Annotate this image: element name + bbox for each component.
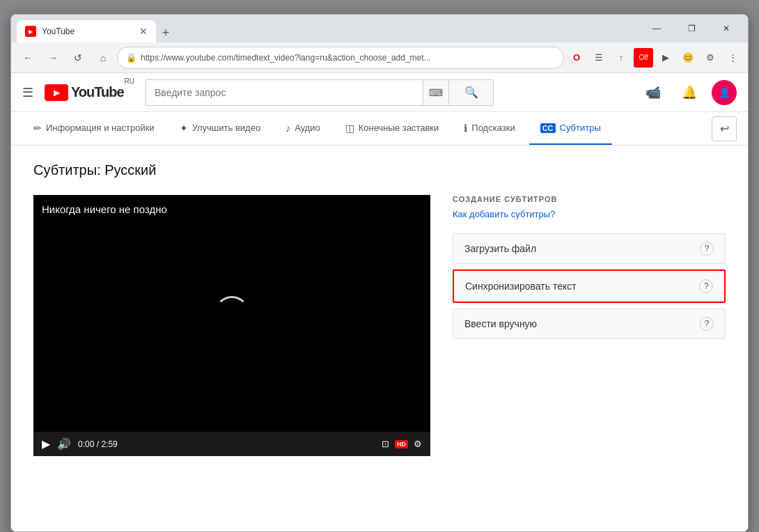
lock-icon: 🔒 [126,53,136,63]
extension-3[interactable]: ↑ [611,48,631,68]
sparkle-icon: ✦ [180,123,188,134]
user-avatar[interactable]: 👤 [712,80,737,105]
video-controls: ▶ 🔊 0:00 / 2:59 ⊡ HD ⚙ [33,432,430,456]
video-title-overlay: Никогда ничего не поздно [42,203,167,215]
upload-file-button[interactable]: Загрузить файл ? [453,233,726,264]
maximize-button[interactable]: ❐ [675,17,707,40]
music-icon: ♪ [285,123,290,134]
main-content: Субтитры: Русский Никогда ничего не позд… [11,146,748,473]
sync-text-button[interactable]: Синхронизировать текст ? [454,271,724,302]
manual-help-icon[interactable]: ? [700,317,714,331]
tab-info[interactable]: ✏ Информация и настройки [22,112,166,145]
upload-file-label: Загрузить файл [464,243,536,254]
tab-favicon [25,26,36,37]
time-display: 0:00 / 2:59 [78,439,118,449]
tab-area: YouTube ✕ + [17,15,636,42]
tab-audio[interactable]: ♪ Аудио [274,112,331,145]
create-label: СОЗДАНИЕ СУБТИТРОВ [453,195,726,203]
video-frame[interactable]: Никогда ничего не поздно [33,195,430,432]
tab-info-label: Информация и настройки [46,123,155,133]
hamburger-menu[interactable]: ☰ [22,85,33,100]
youtube-header: ☰ ▶ YouTube RU ⌨ 🔍 📹 🔔 👤 [11,73,748,112]
opera-icon[interactable]: O [567,48,586,68]
subtitles-panel: СОЗДАНИЕ СУБТИТРОВ Как добавить субтитры… [453,195,726,345]
endcards-icon: ◫ [345,123,354,134]
tab-subtitles-label: Субтитры [560,123,601,133]
page-content: ☰ ▶ YouTube RU ⌨ 🔍 📹 🔔 👤 ✏ [11,73,748,531]
browser-extensions: O ☰ ↑ Off ▶ 😊 ⚙ ⋮ [567,48,742,68]
manual-entry-button[interactable]: Ввести вручную ? [453,308,726,339]
tab-endcards-label: Конечные заставки [359,123,439,133]
tab-audio-label: Аудио [295,123,320,133]
new-tab-button[interactable]: + [156,23,175,42]
extension-5[interactable]: ▶ [656,48,675,68]
keyboard-icon[interactable]: ⌨ [423,79,449,106]
tab-close-button[interactable]: ✕ [139,26,148,37]
upload-help-icon[interactable]: ? [700,242,714,256]
back-button[interactable]: ← [17,47,39,69]
hd-badge: HD [395,440,408,448]
url-text: https://www.youtube.com/timedtext_video?… [141,53,431,63]
forward-button[interactable]: → [42,47,64,69]
video-spinner [214,296,249,331]
tab-improve[interactable]: ✦ Улучшить видео [169,112,272,145]
extension-8[interactable]: ⋮ [723,48,742,68]
page-title: Субтитры: Русский [33,162,726,178]
pencil-icon: ✏ [33,123,42,134]
tab-endcards[interactable]: ◫ Конечные заставки [334,112,451,145]
extension-7[interactable]: ⚙ [701,48,720,68]
header-actions: 📹 🔔 👤 [639,79,737,107]
search-input[interactable] [146,79,423,106]
sync-text-wrapper: Синхронизировать текст ? [453,269,726,303]
volume-button[interactable]: 🔊 [57,437,71,451]
cc-icon: CC [540,123,556,133]
close-button[interactable]: ✕ [710,17,742,40]
search-button[interactable]: 🔍 [449,79,494,106]
content-area: Никогда ничего не поздно ▶ 🔊 0:00 / 2:59 [33,195,726,456]
extension-4[interactable]: Off [634,48,653,68]
play-button[interactable]: ▶ [42,437,50,451]
refresh-button[interactable]: ↺ [67,47,89,69]
address-bar: ← → ↺ ⌂ 🔒 https://www.youtube.com/timedt… [11,42,748,73]
controls-right: ⊡ HD ⚙ [382,439,422,449]
browser-tab[interactable]: YouTube ✕ [17,20,156,42]
settings-icon[interactable]: ⚙ [414,439,422,449]
extension-2[interactable]: ☰ [589,48,609,68]
youtube-logo-country: RU [125,77,134,85]
window-controls: — ❐ ✕ [641,17,742,40]
youtube-search: ⌨ 🔍 [146,79,494,106]
youtube-logo[interactable]: ▶ YouTube RU [45,84,134,101]
video-player: Никогда ничего не поздно ▶ 🔊 0:00 / 2:59 [33,195,430,456]
time-total: 2:59 [101,439,117,449]
back-to-video-button[interactable]: ↩ [712,116,737,141]
sync-help-icon[interactable]: ? [699,279,713,293]
notification-button[interactable]: 🔔 [675,79,703,107]
youtube-logo-text: YouTube [71,84,124,100]
spinner-arc [214,296,249,331]
title-bar: YouTube ✕ + — ❐ ✕ [11,15,748,42]
video-camera-button[interactable]: 📹 [639,79,667,107]
time-current: 0:00 [78,439,94,449]
youtube-logo-icon: ▶ [45,84,68,101]
tab-improve-label: Улучшить видео [192,123,261,133]
tab-title: YouTube [42,26,75,36]
tab-hints-label: Подсказки [471,123,515,133]
sync-text-label: Синхронизировать текст [465,281,577,292]
tab-subtitles[interactable]: CC Субтитры [529,112,612,145]
extension-6[interactable]: 😊 [678,48,698,68]
home-button[interactable]: ⌂ [92,47,114,69]
add-subtitles-link[interactable]: Как добавить субтитры? [453,209,726,219]
studio-nav: ✏ Информация и настройки ✦ Улучшить виде… [11,112,748,146]
tab-hints[interactable]: ℹ Подсказки [453,112,526,145]
subtitles-icon[interactable]: ⊡ [382,439,389,449]
minimize-button[interactable]: — [641,17,673,40]
info-icon: ℹ [464,123,467,134]
manual-entry-label: Ввести вручную [464,318,537,329]
address-input[interactable]: 🔒 https://www.youtube.com/timedtext_vide… [117,47,564,69]
browser-window: YouTube ✕ + — ❐ ✕ ← → ↺ ⌂ 🔒 https://www.… [10,14,749,532]
